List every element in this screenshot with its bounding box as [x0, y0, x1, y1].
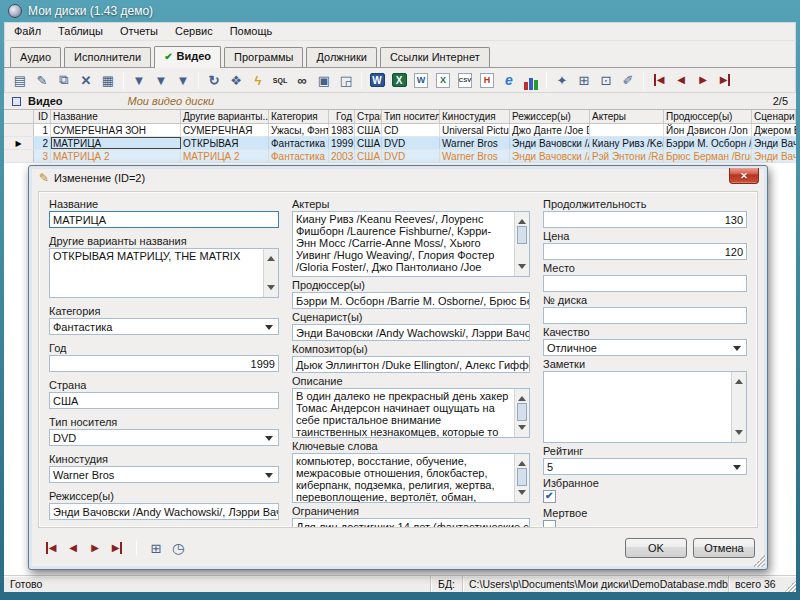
nav-prev-icon[interactable]: ◀ — [671, 71, 691, 90]
sql-icon[interactable]: SQL — [270, 71, 290, 90]
export-excel-file-icon[interactable]: X — [433, 71, 453, 90]
column-header-title[interactable]: Название — [51, 110, 181, 123]
studio-dropdown[interactable]: Warner Bros — [49, 466, 279, 483]
delete-all-records-icon[interactable]: ▦ — [98, 71, 118, 90]
composers-input[interactable]: Дьюк Эллингтон /Duke Ellington/, Алекс Г… — [292, 356, 530, 373]
column-header-country[interactable]: Страна — [355, 110, 382, 123]
column-header-alt-names[interactable]: Другие варианты... — [181, 110, 269, 123]
tab-internet-links[interactable]: Ссылки Интернет — [380, 47, 490, 67]
media-type-dropdown[interactable]: DVD — [49, 429, 279, 446]
tab-artists[interactable]: Исполнители — [64, 47, 151, 67]
nav-prev-icon[interactable]: ◀ — [63, 539, 83, 558]
table-row[interactable]: ▶ 2 МАТРИЦА ОТКРЫВАЯ Фантастика 1999 США… — [4, 137, 796, 150]
post-record-icon[interactable]: ⊞ — [146, 539, 166, 558]
nav-last-icon[interactable]: ▶ — [715, 71, 735, 90]
place-input[interactable] — [543, 275, 747, 292]
remove-filter-icon[interactable]: ▼ — [151, 71, 171, 90]
edit-record-icon[interactable]: ✎ — [32, 71, 52, 90]
description-textarea[interactable]: В один далеко не прекрасный день хакер Т… — [292, 388, 530, 438]
column-header-category[interactable]: Категория — [269, 110, 329, 123]
close-button[interactable]: ✕ — [729, 168, 759, 184]
dialog-resize-grip[interactable] — [753, 555, 765, 567]
alt-names-textarea[interactable]: ОТКРЫВАЯ МАТРИЦУ, THE MATRIX — [49, 248, 279, 298]
login-icon[interactable]: ⊞ — [574, 71, 594, 90]
scroll-thumb[interactable] — [517, 226, 527, 244]
filter-icon[interactable]: ▼ — [129, 71, 149, 90]
search-icon[interactable]: ∞ — [292, 71, 312, 90]
nav-next-icon[interactable]: ▶ — [85, 539, 105, 558]
table-row[interactable]: 1 СУМЕРЕЧНАЯ ЗОН СУМЕРЕЧНАЯ Ужасы, Фэнте… — [4, 124, 796, 137]
table-row[interactable]: 3 МАТРИЦА 2 МАТРИЦА 2 Фантастика 2003 СШ… — [4, 150, 796, 163]
nav-next-icon[interactable]: ▶ — [693, 71, 713, 90]
favorite-checkbox[interactable] — [543, 490, 556, 503]
print-preview-icon[interactable]: ◲ — [336, 71, 356, 90]
duration-input[interactable]: 130 — [543, 211, 747, 228]
scrollbar[interactable] — [514, 212, 529, 276]
menu-item-reports[interactable]: Отчеты — [120, 25, 158, 37]
scroll-thumb[interactable] — [517, 468, 527, 486]
ok-button[interactable]: OK — [625, 538, 687, 558]
window-titlebar[interactable]: Мои диски (1.43 демо) — [0, 0, 800, 22]
column-header-media[interactable]: Тип носителя — [382, 110, 440, 123]
category-dropdown[interactable]: Фантастика — [49, 318, 279, 335]
copy-record-icon[interactable]: ⧉ — [54, 71, 74, 90]
resize-grip[interactable] — [784, 580, 796, 592]
restrictions-input[interactable]: Для лиц достигших 14 лет (фантастические… — [292, 518, 530, 528]
delete-record-icon[interactable]: ✕ — [76, 71, 96, 90]
nav-first-icon[interactable]: ◀ — [41, 539, 61, 558]
column-header-writers[interactable]: Сценарист — [752, 110, 796, 123]
refresh-icon[interactable]: ↻ — [204, 71, 224, 90]
export-word-icon[interactable]: W — [367, 71, 387, 90]
column-header-directors[interactable]: Режиссер(ы) — [510, 110, 590, 123]
actors-textarea[interactable]: Киану Ривз /Keanu Reeves/, Лоуренс Фишбо… — [292, 211, 530, 277]
menu-item-help[interactable]: Помощь — [230, 25, 273, 37]
column-header-year[interactable]: Год — [329, 110, 355, 123]
export-csv-icon[interactable]: CSV — [455, 71, 475, 90]
scrollbar[interactable] — [731, 372, 746, 442]
notes-textarea[interactable] — [543, 371, 747, 443]
quality-dropdown[interactable]: Отличное — [543, 339, 747, 356]
tab-programs[interactable]: Программы — [224, 47, 303, 67]
writers-input[interactable]: Энди Вачовски /Andy Wachowski/, Лэрри Ва… — [292, 324, 530, 341]
scroll-down-icon[interactable] — [518, 425, 526, 434]
add-record-icon[interactable]: ▤ — [10, 71, 30, 90]
cancel-button[interactable]: Отмена — [693, 538, 755, 558]
scroll-down-icon[interactable] — [518, 264, 526, 273]
nav-first-icon[interactable]: ◀ — [649, 71, 669, 90]
print-icon[interactable]: ▣ — [314, 71, 334, 90]
country-input[interactable]: США — [49, 392, 279, 409]
scroll-down-icon[interactable] — [735, 430, 743, 439]
export-excel-icon[interactable]: X — [389, 71, 409, 90]
column-header-studio[interactable]: Киностудия — [440, 110, 510, 123]
dialog-titlebar[interactable]: ✎ Изменение (ID=2) ✕ — [29, 166, 767, 188]
scroll-up-icon[interactable] — [518, 392, 526, 401]
rating-dropdown[interactable]: 5 — [543, 458, 747, 475]
tab-debtors[interactable]: Должники — [306, 47, 376, 67]
scrollbar[interactable] — [514, 454, 529, 502]
scroll-thumb[interactable] — [517, 403, 527, 421]
disc-no-input[interactable] — [543, 307, 747, 324]
nav-last-icon[interactable]: ▶ — [107, 539, 127, 558]
title-input[interactable]: МАТРИЦА — [49, 211, 279, 228]
scroll-up-icon[interactable] — [518, 215, 526, 224]
export-word-file-icon[interactable]: W — [411, 71, 431, 90]
year-input[interactable]: 1999 — [49, 355, 279, 372]
tab-audio[interactable]: Аудио — [10, 47, 61, 67]
column-header-actors[interactable]: Актеры — [590, 110, 664, 123]
export-html-icon[interactable]: H — [477, 71, 497, 90]
producers-input[interactable]: Бэрри М. Осборн /Barrie M. Osborne/, Брю… — [292, 292, 530, 309]
customize-icon[interactable]: ✦ — [552, 71, 572, 90]
browser-icon[interactable]: e — [499, 71, 519, 90]
menu-item-service[interactable]: Сервис — [175, 25, 213, 37]
scrollbar[interactable] — [263, 249, 278, 297]
table-design-icon[interactable]: ✐ — [618, 71, 638, 90]
history-icon[interactable]: ◷ — [168, 539, 188, 558]
chart-icon[interactable] — [521, 71, 541, 90]
price-input[interactable]: 120 — [543, 243, 747, 260]
menu-item-tables[interactable]: Таблицы — [58, 25, 103, 37]
scroll-down-icon[interactable] — [518, 490, 526, 499]
quick-view-icon[interactable]: ❖ — [226, 71, 246, 90]
scroll-up-icon[interactable] — [735, 375, 743, 384]
scrollbar[interactable] — [514, 389, 529, 437]
column-header-producers[interactable]: Продюссер(ы) — [664, 110, 752, 123]
